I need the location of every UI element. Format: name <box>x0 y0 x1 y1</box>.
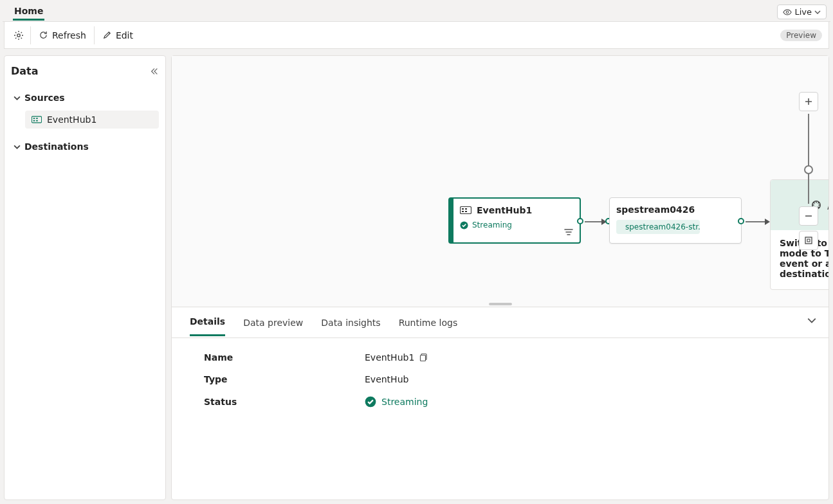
details-body: Name EventHub1 Type EventHub Stat <box>172 338 828 433</box>
chevron-down-icon <box>807 315 817 325</box>
tab-data-preview[interactable]: Data preview <box>243 310 303 336</box>
connector-arrow <box>746 217 771 226</box>
toolbar: Refresh Edit Preview <box>4 22 829 49</box>
chevron-down-icon <box>14 143 21 150</box>
detail-row-status: Status Streaming <box>204 396 796 408</box>
edit-label: Edit <box>116 30 133 40</box>
canvas[interactable]: EventHub1 Streaming <box>172 56 828 307</box>
main-row: Data Sources EventHub1 Destinations <box>4 55 829 500</box>
refresh-icon <box>39 30 48 40</box>
svg-rect-9 <box>462 211 464 212</box>
detail-value-name: EventHub1 <box>365 352 414 363</box>
side-panel: Data Sources EventHub1 Destinations <box>4 55 166 500</box>
svg-rect-11 <box>465 211 467 212</box>
svg-rect-16 <box>805 237 812 244</box>
detail-value-type: EventHub <box>365 374 408 384</box>
source-item-label: EventHub1 <box>47 114 96 125</box>
tab-bar: Home Live <box>3 3 830 22</box>
node-stream-chip-label: spestream0426-str... <box>625 222 700 231</box>
copy-icon <box>419 353 428 362</box>
sources-section-toggle[interactable]: Sources <box>11 89 159 107</box>
svg-rect-10 <box>465 208 467 210</box>
tab-details[interactable]: Details <box>190 309 225 336</box>
svg-rect-17 <box>807 239 810 242</box>
details-panel: Details Data preview Data insights Runti… <box>172 307 828 500</box>
svg-rect-4 <box>33 120 35 122</box>
tab-home[interactable]: Home <box>13 3 44 21</box>
source-item-eventhub1[interactable]: EventHub1 <box>25 111 159 129</box>
fit-icon <box>804 236 813 245</box>
node-stream-title: spestream0426 <box>616 204 735 215</box>
zoom-thumb[interactable] <box>804 165 813 174</box>
node-source-title: EventHub1 <box>477 205 532 215</box>
tab-runtime-logs[interactable]: Runtime logs <box>399 310 458 336</box>
eye-icon <box>783 8 792 17</box>
zoom-in-button[interactable] <box>799 92 818 111</box>
zoom-fit-button[interactable] <box>799 231 818 250</box>
detail-row-name: Name EventHub1 <box>204 352 796 363</box>
plus-icon <box>804 97 813 106</box>
minus-icon <box>804 212 813 221</box>
check-circle-icon <box>365 396 376 408</box>
svg-rect-6 <box>36 120 38 122</box>
details-tabs: Details Data preview Data insights Runti… <box>172 307 828 338</box>
collapse-left-icon[interactable] <box>150 67 159 76</box>
chevron-down-icon <box>14 94 21 102</box>
destinations-label: Destinations <box>24 141 89 152</box>
chevron-down-icon <box>814 9 821 15</box>
node-filter-icon[interactable] <box>564 228 573 236</box>
detail-key: Type <box>204 374 365 384</box>
copy-name-button[interactable] <box>419 353 428 362</box>
settings-button[interactable] <box>5 22 30 48</box>
connector-arrow <box>585 217 608 226</box>
canvas-column: EventHub1 Streaming <box>171 55 829 500</box>
svg-rect-3 <box>33 118 35 119</box>
port-out[interactable] <box>738 218 744 224</box>
eventhub-icon <box>32 116 42 123</box>
svg-rect-5 <box>36 118 38 119</box>
check-circle-icon <box>460 221 468 230</box>
detail-row-type: Type EventHub <box>204 374 796 384</box>
destinations-section-toggle[interactable]: Destinations <box>11 138 159 156</box>
detail-value-status: Streaming <box>381 397 428 407</box>
panel-resize-handle[interactable] <box>489 303 512 305</box>
svg-rect-7 <box>461 207 471 214</box>
side-panel-title: Data <box>11 65 39 77</box>
node-stream[interactable]: spestream0426 spestream0426-str... <box>609 197 742 244</box>
svg-rect-19 <box>421 356 426 361</box>
placeholder-slash: / <box>827 199 828 212</box>
svg-rect-2 <box>32 116 41 123</box>
sources-label: Sources <box>24 93 65 103</box>
tab-data-insights[interactable]: Data insights <box>321 310 380 336</box>
svg-point-0 <box>787 11 789 14</box>
detail-key: Name <box>204 352 365 363</box>
node-source-eventhub1[interactable]: EventHub1 Streaming <box>448 197 581 244</box>
details-collapse-button[interactable] <box>807 315 817 325</box>
zoom-controls <box>799 92 818 250</box>
live-mode-dropdown[interactable]: Live <box>777 4 827 19</box>
refresh-label: Refresh <box>52 30 86 40</box>
node-stream-chip[interactable]: spestream0426-str... <box>616 220 700 234</box>
detail-key: Status <box>204 397 365 407</box>
eventhub-icon <box>460 206 471 215</box>
node-source-status: Streaming <box>472 221 512 230</box>
refresh-button[interactable]: Refresh <box>31 22 94 48</box>
gear-icon <box>14 30 24 40</box>
zoom-out-button[interactable] <box>799 206 818 226</box>
port-out[interactable] <box>577 218 583 224</box>
app-root: Home Live Refresh Edit Preview Data <box>0 0 833 504</box>
svg-point-1 <box>17 33 20 36</box>
live-label: Live <box>794 7 812 17</box>
svg-rect-8 <box>462 208 464 210</box>
edit-icon <box>102 30 112 40</box>
edit-button[interactable]: Edit <box>95 22 141 48</box>
preview-badge: Preview <box>780 30 822 41</box>
zoom-track[interactable] <box>808 114 809 204</box>
